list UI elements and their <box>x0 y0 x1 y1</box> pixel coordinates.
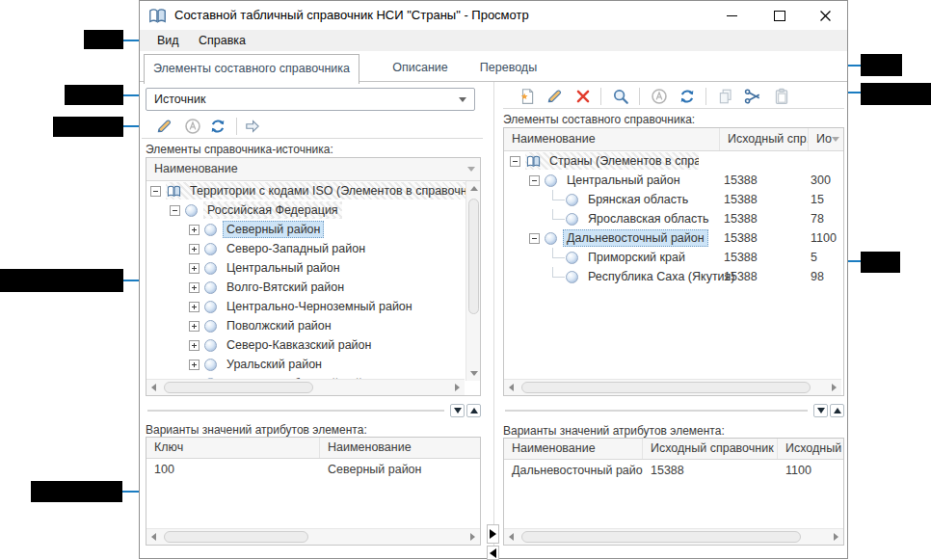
tree-row[interactable]: Северо-Западный район <box>146 239 466 258</box>
expand-icon[interactable] <box>189 340 200 351</box>
collapse-icon[interactable] <box>529 233 540 244</box>
scrollbar-thumb[interactable] <box>164 382 313 393</box>
expand-icon[interactable] <box>189 360 200 370</box>
expand-icon[interactable] <box>189 302 200 312</box>
column-header-name[interactable]: Наименование <box>504 439 643 459</box>
collapse-icon[interactable] <box>529 175 540 186</box>
tree-row[interactable]: Центральный район 15388 300 <box>504 171 843 190</box>
tree-row[interactable]: Уральский район <box>146 355 466 374</box>
tree-row-selected[interactable]: Северный район <box>146 220 466 239</box>
tree-row[interactable]: Приморский край 15388 5 <box>504 248 843 267</box>
column-header-source-elem[interactable]: Ио <box>809 128 832 150</box>
splitter-expand-left-button[interactable] <box>487 546 499 560</box>
auto-substitute-icon[interactable] <box>651 88 668 105</box>
tab-composite-elements[interactable]: Элементы составного справочника <box>144 54 359 84</box>
source-tree-body: Территории с кодами ISO (Элементов в спр… <box>146 181 466 381</box>
splitter-groove[interactable] <box>505 410 808 412</box>
scroll-right-button[interactable] <box>450 380 465 395</box>
expand-icon[interactable] <box>189 321 200 332</box>
tree-row[interactable]: Центральный район <box>146 258 466 278</box>
column-header-name[interactable]: Наименование <box>504 128 720 150</box>
column-header-source-dict[interactable]: Исходный спр... <box>720 128 809 150</box>
tree-row[interactable]: Волго-Вятский район <box>146 278 466 297</box>
scroll-left-button[interactable] <box>504 380 519 395</box>
scrollbar-thumb[interactable] <box>164 531 308 543</box>
horizontal-scrollbar[interactable] <box>504 528 843 545</box>
horizontal-scrollbar[interactable] <box>146 528 480 545</box>
expand-icon[interactable] <box>189 263 200 274</box>
splitter-expand-right-button[interactable] <box>487 524 499 544</box>
search-icon[interactable] <box>612 88 629 105</box>
tree-node-label: Поволжский район <box>223 317 335 334</box>
scrollbar-thumb[interactable] <box>521 531 801 543</box>
splitter-groove[interactable] <box>147 410 444 412</box>
chevron-down-icon[interactable] <box>459 97 466 102</box>
tree-row[interactable]: Брянская область 15388 15 <box>504 190 843 209</box>
scroll-down-button[interactable] <box>466 366 481 381</box>
scroll-left-button[interactable] <box>504 529 519 545</box>
scroll-right-button[interactable] <box>827 380 841 395</box>
panel-splitter[interactable] <box>485 82 499 560</box>
tree-row[interactable]: Республика Саха (Якутия) 15388 98 <box>504 267 843 286</box>
minimize-button[interactable] <box>715 1 748 30</box>
splitter-expand-button[interactable] <box>466 404 481 417</box>
refresh-icon[interactable] <box>209 118 226 135</box>
scroll-up-button[interactable] <box>466 181 481 196</box>
expand-icon[interactable] <box>189 225 200 235</box>
splitter-collapse-button[interactable] <box>813 404 828 417</box>
tree-row[interactable]: Центрально-Черноземный район <box>146 297 466 316</box>
menu-help[interactable]: Справка <box>193 30 252 51</box>
column-filter-icon[interactable] <box>832 137 839 142</box>
maximize-button[interactable] <box>763 1 796 30</box>
scroll-left-button[interactable] <box>146 529 161 545</box>
collapse-icon[interactable] <box>170 205 180 216</box>
forward-arrow-icon[interactable] <box>244 118 261 135</box>
scroll-right-button[interactable] <box>829 529 843 545</box>
source-combobox[interactable]: Источник <box>146 88 475 111</box>
tree-row[interactable]: Российская Федерация <box>146 200 466 220</box>
close-button[interactable] <box>809 1 841 30</box>
auto-substitute-icon[interactable] <box>184 118 201 135</box>
scrollbar-thumb[interactable] <box>521 382 811 393</box>
horizontal-scrollbar[interactable] <box>146 379 465 395</box>
tree-node-label: Страны (Элементов в справочнике: <box>545 152 699 170</box>
tree-row-selected[interactable]: Дальневосточный район 15388 1100 <box>504 228 843 248</box>
tree-row[interactable]: Территории с кодами ISO (Элементов в спр… <box>146 181 466 200</box>
table-row[interactable]: 100 Северный район <box>146 459 480 480</box>
tab-translations[interactable]: Переводы <box>458 54 559 82</box>
table-row[interactable]: Дальневосточный район 15388 1100 <box>504 460 843 481</box>
delete-icon[interactable] <box>574 88 592 105</box>
title-bar[interactable]: Составной табличный справочник НСИ "Стра… <box>140 1 847 30</box>
node-sphere-icon <box>204 243 217 255</box>
expand-icon[interactable] <box>189 244 200 254</box>
splitter-expand-button[interactable] <box>830 404 844 417</box>
collapse-icon[interactable] <box>150 186 161 197</box>
column-header-source-dict[interactable]: Исходный справочник <box>643 439 778 459</box>
scroll-left-button[interactable] <box>146 380 161 395</box>
expand-icon[interactable] <box>189 282 200 293</box>
column-filter-icon[interactable] <box>467 167 475 172</box>
tree-row[interactable]: Поволжский район <box>146 316 466 335</box>
edit-pencil-icon[interactable] <box>155 118 173 135</box>
collapse-icon[interactable] <box>510 156 520 167</box>
splitter-collapse-button[interactable] <box>450 404 465 417</box>
add-element-icon[interactable] <box>519 88 536 105</box>
edit-pencil-icon[interactable] <box>545 88 563 105</box>
scrollbar-thumb[interactable] <box>468 199 479 314</box>
column-header-name[interactable]: Наименование <box>146 158 465 180</box>
menu-view[interactable]: Вид <box>151 30 185 51</box>
copy-icon[interactable] <box>717 88 734 105</box>
vertical-scrollbar[interactable] <box>466 181 480 381</box>
composite-panel: Элементы составного справочника: Наимено… <box>499 82 848 560</box>
tree-row[interactable]: Северо-Кавказский район <box>146 335 466 355</box>
column-header-source-elem[interactable]: Исходный эле <box>778 439 843 459</box>
scroll-right-button[interactable] <box>466 529 480 545</box>
column-header-name[interactable]: Наименование <box>320 438 480 458</box>
tree-row[interactable]: Ярославская область 15388 78 <box>504 209 843 228</box>
paste-icon[interactable] <box>773 88 790 105</box>
cut-icon[interactable] <box>744 88 761 105</box>
horizontal-scrollbar[interactable] <box>504 379 841 395</box>
column-header-key[interactable]: Ключ <box>146 438 320 458</box>
tree-row[interactable]: Страны (Элементов в справочнике: <box>504 151 843 171</box>
refresh-icon[interactable] <box>678 88 696 105</box>
